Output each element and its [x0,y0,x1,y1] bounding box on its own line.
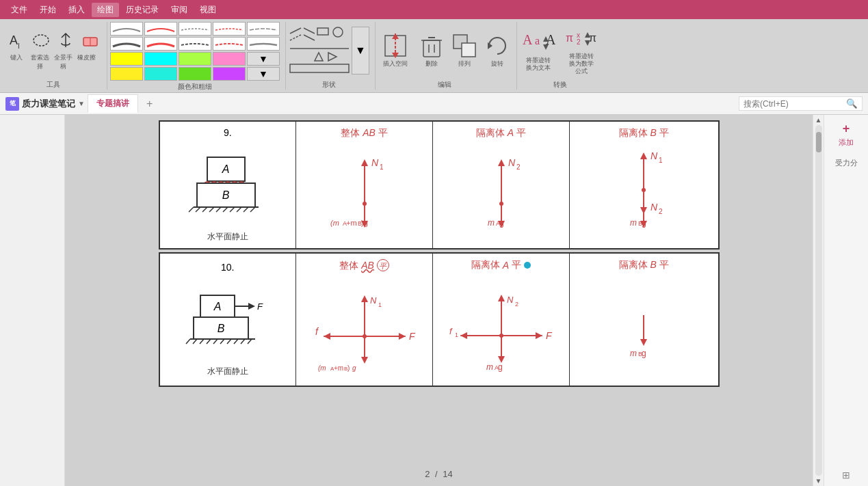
color-pink[interactable] [213,52,246,66]
svg-line-102 [234,339,238,344]
svg-marker-52 [361,159,368,166]
type-tool[interactable]: AI [5,29,27,51]
diagram-10-b-svg: m B g [589,274,698,377]
svg-text:+m: +m [334,364,343,372]
menu-item-review[interactable]: 审阅 [166,3,193,17]
menu-item-start[interactable]: 开始 [34,3,62,17]
svg-marker-74 [640,152,647,159]
color-lime[interactable] [179,52,211,66]
pen-8[interactable] [179,37,211,51]
svg-text:A: A [523,32,533,47]
svg-text:m: m [630,218,637,228]
menu-item-draw[interactable]: 绘图 [92,3,119,17]
pen-4[interactable] [213,22,246,36]
svg-text:A: A [221,163,229,175]
svg-text:π: π [566,32,573,44]
menu-item-history[interactable]: 历史记录 [120,3,164,17]
svg-marker-118 [361,357,368,364]
right-panel: + 添加 受力分 ⊞ [824,115,868,486]
convert-group-label: 转换 [520,80,601,90]
svg-line-5 [290,28,301,33]
svg-line-101 [227,339,231,344]
scroll-down-btn[interactable]: ▼ [815,477,822,485]
svg-text:1: 1 [378,301,382,308]
diagram-10-left: 10. A F B [159,253,296,386]
insert-space-btn[interactable]: 插入空间 [378,32,412,68]
ink-to-math-btn[interactable]: π x 2 π 将墨迹转换为数学公式 [563,25,601,75]
svg-line-48 [237,207,241,212]
notebook-dropdown-icon[interactable]: ▼ [78,100,85,107]
pen-7[interactable] [144,37,177,51]
svg-marker-90 [248,303,255,310]
pan-tool[interactable] [55,29,77,51]
svg-text:A: A [546,32,555,47]
shapes-expand-btn[interactable]: ▼ [352,27,369,75]
pen-1[interactable] [110,22,143,36]
svg-text:B: B [222,189,229,201]
pen-5[interactable] [247,22,280,36]
menu-item-view[interactable]: 视图 [194,3,222,17]
ink-to-text-btn[interactable]: A a A 将墨迹转换为文本 [520,29,557,72]
tools-group-label: 工具 [47,80,60,90]
svg-text:A: A [213,301,221,312]
svg-line-104 [248,339,252,344]
scroll-thumb[interactable] [816,132,821,152]
diagram-10-table: 10. A F B [159,252,720,387]
svg-line-8 [304,35,315,40]
diagram-10-label-a: 隔离体 A 平 [438,259,564,271]
svg-text:g: g [642,349,646,358]
color-expand2[interactable]: ▼ [247,67,280,81]
svg-line-42 [196,207,200,212]
svg-text:(m: (m [318,364,326,372]
lasso-tool[interactable] [30,29,52,51]
arrange-btn[interactable]: 排列 [451,32,478,68]
search-input[interactable] [744,99,846,109]
diagram-10-label-whole: 整体 AB 平 [302,259,427,272]
diagram-10-ground-label: 水平面静止 [166,366,291,377]
diagram-10-number: 10. [166,262,291,273]
color-yellow2[interactable] [110,67,143,81]
color-teal[interactable] [144,67,177,81]
menu-item-file[interactable]: 文件 [5,3,33,17]
diagram-10-figure: A F B [183,278,272,360]
svg-line-98 [207,339,211,344]
scroll-up-btn[interactable]: ▲ [815,116,822,124]
svg-text:1: 1 [380,163,384,171]
search-icon-btn[interactable]: 🔍 [846,98,858,109]
svg-text:g: g [499,218,504,228]
svg-text:m: m [630,349,637,358]
svg-line-43 [202,207,207,212]
notebook-icon: 笔 [5,97,19,111]
color-yellow[interactable] [110,52,143,66]
diagram-10-whole: 整体 AB 平 N 1 f [296,253,433,386]
svg-text:N: N [508,157,516,168]
svg-marker-15 [392,33,399,39]
svg-line-95 [186,339,190,344]
svg-text:2: 2 [515,301,518,308]
diagram-10-isolate-a: 隔离体 A 平 N 2 [433,253,570,386]
diagram-9-figure: A B [183,144,272,226]
add-section-btn[interactable]: + 添加 [839,120,854,148]
eraser-tool[interactable] [79,29,101,51]
menu-item-insert[interactable]: 插入 [63,3,90,17]
diagram-9-number: 9. [166,127,291,138]
expand-btn[interactable]: ⊞ [842,470,850,481]
pen-3[interactable] [179,22,211,36]
pen-2[interactable] [144,22,177,36]
color-purple[interactable] [213,67,246,81]
color-expand[interactable]: ▼ [247,52,280,66]
svg-marker-132 [460,332,467,339]
pen-9[interactable] [213,37,246,51]
rotate-btn[interactable]: 旋转 [484,32,511,68]
pen-6[interactable] [110,37,143,51]
right-scrollbar[interactable]: ▲ ▼ [813,115,824,486]
tab-section[interactable]: 专题搞讲 [88,94,138,113]
pen-10[interactable] [247,37,280,51]
tab-add-btn[interactable]: + [141,96,158,111]
ribbon-group-shapes: ▼ 形状 [289,22,376,90]
color-green[interactable] [179,67,211,81]
svg-line-97 [200,339,204,344]
svg-text:N: N [371,157,379,168]
delete-btn[interactable]: 删除 [418,32,445,68]
color-cyan[interactable] [144,52,177,66]
